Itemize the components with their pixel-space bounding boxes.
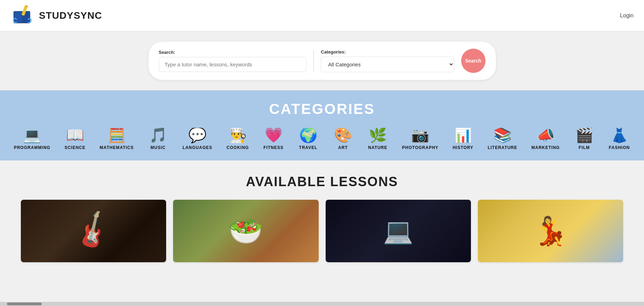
category-label-music: MUSIC xyxy=(150,145,166,150)
category-label-travel: TRAVEL xyxy=(299,145,317,150)
category-label-film: FILM xyxy=(579,145,590,150)
vertical-divider xyxy=(313,50,314,71)
category-icon-history: 📊 xyxy=(454,128,472,142)
category-label-nature: NATURE xyxy=(368,145,387,150)
lesson-image-guitar xyxy=(21,200,166,262)
category-label-programming: PROGRAMMING xyxy=(14,145,50,150)
lessons-title: AVAILABLE LESSONS xyxy=(21,174,623,189)
category-item-travel[interactable]: 🌍TRAVEL xyxy=(291,128,326,150)
category-label-cooking: COOKING xyxy=(227,145,249,150)
category-icon-programming: 💻 xyxy=(23,128,41,142)
lessons-section: AVAILABLE LESSONS xyxy=(0,160,644,276)
lesson-card-dance[interactable] xyxy=(478,200,623,262)
category-item-programming[interactable]: 💻PROGRAMMING xyxy=(7,128,57,150)
categories-list: 💻PROGRAMMING📖SCIENCE🧮MATHEMATICS🎵MUSIC💬L… xyxy=(7,128,637,154)
categories-select[interactable]: All Categories Programming Science Mathe… xyxy=(321,57,454,72)
category-label-science: SCIENCE xyxy=(65,145,85,150)
search-label: Search: xyxy=(159,50,307,55)
categories-title: CATEGORIES xyxy=(7,101,637,117)
category-item-mathematics[interactable]: 🧮MATHEMATICS xyxy=(93,128,141,150)
category-item-nature[interactable]: 🌿NATURE xyxy=(360,128,395,150)
search-section: Search: Categories: All Categories Progr… xyxy=(0,31,644,90)
category-icon-literature: 📚 xyxy=(494,128,512,142)
lesson-card-code[interactable] xyxy=(326,200,471,262)
category-icon-mathematics: 🧮 xyxy=(108,128,126,142)
category-icon-art: 🎨 xyxy=(334,128,352,142)
category-label-art: ART xyxy=(338,145,348,150)
category-icon-photography: 📷 xyxy=(411,128,429,142)
category-label-fitness: FITNESS xyxy=(263,145,284,150)
category-item-languages[interactable]: 💬LANGUAGES xyxy=(176,128,219,150)
logo-text: STUDYSYNC xyxy=(39,10,102,21)
category-label-fashion: FASHION xyxy=(609,145,630,150)
category-label-languages: LANGUAGES xyxy=(182,145,212,150)
category-label-marketing: MARKETING xyxy=(531,145,560,150)
category-item-photography[interactable]: 📷PHOTOGRAPHY xyxy=(395,128,446,150)
category-icon-film: 🎬 xyxy=(575,128,593,142)
lesson-image-food xyxy=(173,200,318,262)
category-item-art[interactable]: 🎨ART xyxy=(326,128,360,150)
category-item-literature[interactable]: 📚LITERATURE xyxy=(481,128,524,150)
category-item-history[interactable]: 📊HISTORY xyxy=(446,128,481,150)
lessons-grid xyxy=(21,200,623,262)
category-item-fitness[interactable]: 💗FITNESS xyxy=(256,128,291,150)
lesson-image-code xyxy=(326,200,471,262)
search-input[interactable] xyxy=(159,57,307,72)
category-item-marketing[interactable]: 📣MARKETING xyxy=(524,128,567,150)
category-icon-marketing: 📣 xyxy=(537,128,555,142)
category-item-film[interactable]: 🎬FILM xyxy=(567,128,602,150)
category-icon-music: 🎵 xyxy=(149,128,167,142)
lesson-card-guitar[interactable] xyxy=(21,200,166,262)
category-icon-science: 📖 xyxy=(66,128,84,142)
svg-rect-1 xyxy=(14,11,22,23)
category-item-music[interactable]: 🎵MUSIC xyxy=(141,128,176,150)
search-field-group: Search: xyxy=(159,50,307,72)
category-icon-fashion: 👗 xyxy=(610,128,628,142)
category-icon-languages: 💬 xyxy=(188,128,206,142)
login-button[interactable]: Login xyxy=(620,13,634,19)
logo-icon xyxy=(10,3,35,28)
category-label-history: HISTORY xyxy=(453,145,473,150)
category-label-literature: LITERATURE xyxy=(488,145,517,150)
search-button[interactable]: Search xyxy=(461,49,486,73)
category-label-photography: PHOTOGRAPHY xyxy=(402,145,439,150)
lesson-image-dance xyxy=(478,200,623,262)
categories-section: CATEGORIES 💻PROGRAMMING📖SCIENCE🧮MATHEMAT… xyxy=(0,90,644,160)
category-item-fashion[interactable]: 👗FASHION xyxy=(602,128,637,150)
category-label-mathematics: MATHEMATICS xyxy=(100,145,134,150)
header: STUDYSYNC Login xyxy=(0,0,644,31)
lesson-card-food[interactable] xyxy=(173,200,318,262)
category-item-science[interactable]: 📖SCIENCE xyxy=(57,128,93,150)
category-icon-cooking: 👨‍🍳 xyxy=(229,128,247,142)
category-icon-nature: 🌿 xyxy=(369,128,387,142)
logo-area: STUDYSYNC xyxy=(10,3,102,28)
category-icon-fitness: 💗 xyxy=(264,128,283,142)
category-field-group: Categories: All Categories Programming S… xyxy=(321,49,454,72)
categories-label: Categories: xyxy=(321,49,454,55)
category-item-cooking[interactable]: 👨‍🍳COOKING xyxy=(219,128,256,150)
search-box: Search: Categories: All Categories Progr… xyxy=(148,42,496,80)
category-icon-travel: 🌍 xyxy=(299,128,317,142)
